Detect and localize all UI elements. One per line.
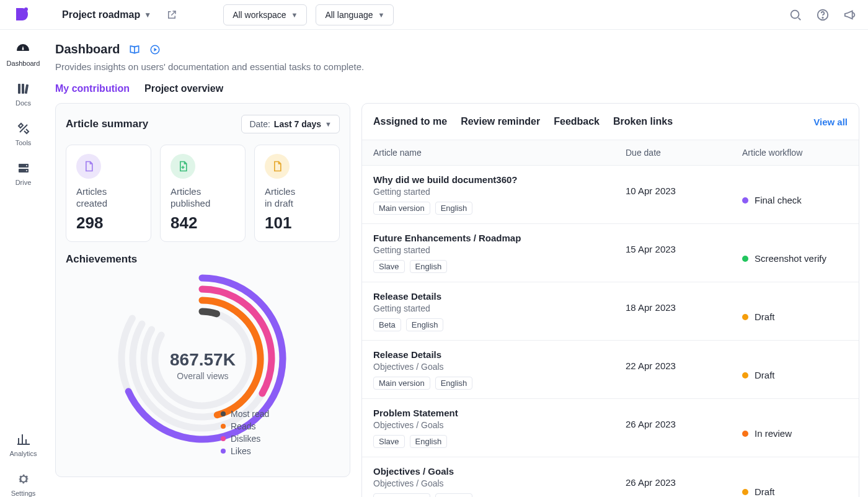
legend-dot-icon — [221, 436, 226, 441]
tasks-tab-assigned[interactable]: Assigned to me — [373, 116, 447, 127]
rail-item-tools[interactable]: Tools — [16, 120, 32, 146]
rail-label: Settings — [11, 490, 36, 497]
app-logo — [11, 4, 32, 25]
article-name: Why did we build document360? — [373, 174, 619, 185]
stat-label: Articles — [170, 186, 201, 197]
svg-rect-6 — [24, 84, 29, 94]
table-row[interactable]: Problem StatementObjectives / GoalsSlave… — [362, 399, 859, 457]
book-icon[interactable] — [128, 43, 141, 56]
view-all-link[interactable]: View all — [813, 117, 848, 127]
workflow-status: In review — [742, 408, 848, 448]
language-filter[interactable]: All language ▼ — [316, 4, 394, 25]
legend-label: Reads — [231, 421, 255, 431]
achievements-legend: Most readReadsDislikesLikes — [221, 409, 269, 459]
books-icon — [16, 81, 32, 97]
col-header-article: Article name — [373, 148, 626, 158]
tag: Main version — [373, 202, 430, 215]
tasks-card: Assigned to me Review reminder Feedback … — [361, 103, 859, 497]
workflow-status: Final check — [742, 174, 848, 215]
svg-point-9 — [26, 165, 27, 166]
table-row[interactable]: Release DetailsObjectives / GoalsMain ve… — [362, 341, 859, 399]
announce-icon[interactable] — [843, 8, 857, 22]
due-date: 10 Apr 2023 — [626, 174, 742, 215]
open-external-icon[interactable] — [166, 9, 177, 20]
workflow-status: Screenshot verify — [742, 233, 848, 273]
stat-value: 842 — [170, 213, 235, 233]
project-name: Project roadmap — [62, 9, 140, 20]
chevron-down-icon: ▼ — [378, 11, 384, 19]
article-name: Release Details — [373, 349, 619, 360]
status-dot-icon — [742, 256, 748, 262]
tag: English — [435, 377, 473, 390]
rail-item-analytics[interactable]: Analytics — [9, 431, 37, 457]
tag: English — [435, 202, 473, 215]
analytics-icon — [16, 431, 32, 447]
workspace-filter[interactable]: All workspace ▼ — [223, 4, 307, 25]
stat-articles-published: Articlespublished 842 — [160, 145, 246, 242]
article-category: Objectives / Goals — [373, 362, 619, 372]
table-row[interactable]: Future Enhancements / RoadmapGetting sta… — [362, 224, 859, 282]
article-category: Getting started — [373, 245, 619, 255]
article-category: Objectives / Goals — [373, 478, 619, 488]
status-dot-icon — [742, 489, 748, 495]
tab-my-contribution[interactable]: My contribution — [55, 83, 130, 94]
rail-label: Drive — [16, 179, 32, 186]
table-row[interactable]: Release DetailsGetting startedBetaEnglis… — [362, 282, 859, 341]
date-range-select[interactable]: Date: Last 7 days ▼ — [241, 115, 340, 133]
file-draft-icon — [265, 154, 290, 179]
stat-value: 298 — [76, 213, 141, 233]
tag: English — [410, 260, 448, 273]
tag: Beta — [373, 318, 401, 331]
rail-item-dashboard[interactable]: Dashboard — [7, 41, 40, 67]
workflow-status: Draft — [742, 291, 848, 331]
due-date: 26 Apr 2023 — [626, 466, 742, 497]
chevron-down-icon: ▼ — [144, 11, 151, 19]
table-row[interactable]: Objectives / GoalsObjectives / GoalsMain… — [362, 457, 859, 497]
svg-point-0 — [24, 7, 28, 11]
page-subtitle: Provides insights on users' documentatio… — [55, 61, 859, 72]
rail-label: Docs — [16, 99, 31, 107]
tag: English — [435, 493, 473, 497]
rail-item-drive[interactable]: Drive — [16, 160, 32, 186]
tab-project-overview[interactable]: Project overview — [144, 83, 223, 94]
tag: Main version — [373, 493, 430, 497]
tasks-tab-feedback[interactable]: Feedback — [554, 116, 600, 127]
workspace-filter-label: All workspace — [232, 10, 286, 20]
article-summary-card: Article summary Date: Last 7 days ▼ Arti… — [55, 103, 350, 477]
page-title: Dashboard — [55, 42, 120, 56]
svg-point-1 — [791, 10, 799, 18]
article-summary-title: Article summary — [66, 118, 148, 130]
svg-rect-5 — [22, 84, 24, 94]
legend-label: Most read — [231, 409, 269, 419]
tag: Slave — [373, 435, 405, 448]
rail-label: Dashboard — [7, 60, 40, 67]
col-header-date: Due date — [626, 148, 742, 158]
article-category: Getting started — [373, 303, 619, 313]
tasks-tab-broken[interactable]: Broken links — [613, 116, 673, 127]
status-dot-icon — [742, 197, 748, 204]
rail-item-settings[interactable]: Settings — [11, 471, 36, 497]
gauge-icon — [15, 41, 31, 57]
search-icon[interactable] — [789, 8, 802, 22]
stat-articles-created: Articlescreated 298 — [66, 145, 151, 242]
help-icon[interactable] — [816, 8, 830, 22]
legend-label: Likes — [231, 446, 251, 456]
language-filter-label: All language — [325, 10, 373, 20]
stat-value: 101 — [265, 213, 329, 233]
table-row[interactable]: Why did we build document360?Getting sta… — [362, 166, 859, 224]
stat-label: published — [170, 198, 210, 208]
legend-dot-icon — [221, 449, 226, 454]
play-circle-icon[interactable] — [149, 44, 161, 55]
article-name: Release Details — [373, 291, 619, 302]
rail-item-docs[interactable]: Docs — [16, 81, 32, 107]
workflow-status: Draft — [742, 466, 848, 497]
svg-point-10 — [26, 170, 27, 171]
col-header-workflow: Article workflow — [742, 148, 848, 158]
due-date: 15 Apr 2023 — [626, 233, 742, 273]
status-dot-icon — [742, 372, 748, 378]
drive-icon — [16, 160, 32, 176]
tag: Main version — [373, 377, 430, 390]
project-switcher[interactable]: Project roadmap ▼ — [62, 9, 151, 20]
tasks-tab-review[interactable]: Review reminder — [461, 116, 540, 127]
gear-icon — [16, 471, 32, 487]
